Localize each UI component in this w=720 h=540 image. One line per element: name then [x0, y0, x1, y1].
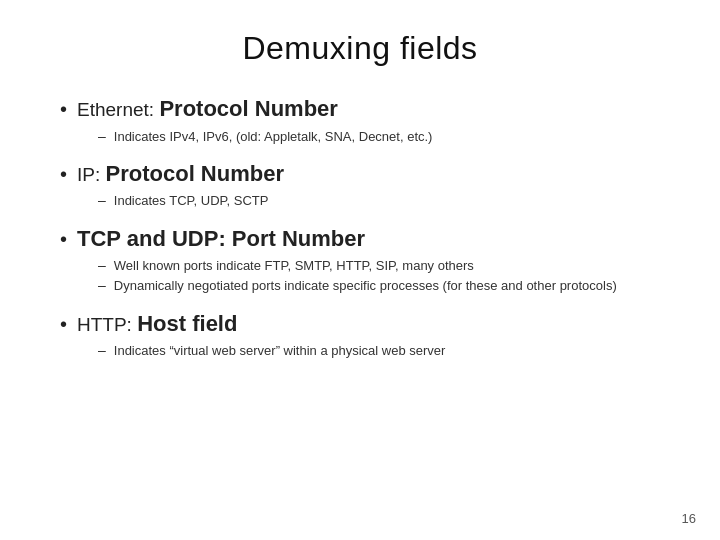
- bullet-dot-ethernet: •: [60, 99, 67, 119]
- bullet-main-label-ethernet: Protocol Number: [159, 96, 337, 121]
- bullet-main-tcp-udp: • TCP and UDP: Port Number: [60, 225, 660, 254]
- bullet-prefix-tcp-udp: TCP and UDP:: [77, 226, 232, 251]
- sub-text-http-0: Indicates “virtual web server” within a …: [114, 342, 446, 360]
- bullet-prefix-ethernet: Ethernet:: [77, 99, 159, 120]
- sub-text-ethernet-0: Indicates IPv4, IPv6, (old: Appletalk, S…: [114, 128, 433, 146]
- sub-dash-ethernet-0: –: [98, 128, 106, 144]
- bullet-prefix-http: HTTP:: [77, 314, 137, 335]
- sub-dash-tcp-udp-1: –: [98, 277, 106, 293]
- sub-bullet-tcp-udp-0: – Well known ports indicate FTP, SMTP, H…: [60, 257, 660, 275]
- slide: Demuxing fields • Ethernet: Protocol Num…: [0, 0, 720, 540]
- bullet-main-ip: • IP: Protocol Number: [60, 160, 660, 189]
- sub-bullet-ethernet-0: – Indicates IPv4, IPv6, (old: Appletalk,…: [60, 128, 660, 146]
- sub-bullet-ip-0: – Indicates TCP, UDP, SCTP: [60, 192, 660, 210]
- bullet-section-ethernet: • Ethernet: Protocol Number – Indicates …: [60, 95, 660, 146]
- bullet-main-label-tcp-udp: Port Number: [232, 226, 365, 251]
- bullet-main-http: • HTTP: Host field: [60, 310, 660, 339]
- bullet-text-http: HTTP: Host field: [77, 310, 237, 339]
- sub-dash-http-0: –: [98, 342, 106, 358]
- sub-text-ip-0: Indicates TCP, UDP, SCTP: [114, 192, 269, 210]
- content-area: • Ethernet: Protocol Number – Indicates …: [60, 95, 660, 510]
- sub-text-tcp-udp-0: Well known ports indicate FTP, SMTP, HTT…: [114, 257, 474, 275]
- bullet-main-label-http: Host field: [137, 311, 237, 336]
- sub-text-tcp-udp-1: Dynamically negotiated ports indicate sp…: [114, 277, 617, 295]
- sub-bullet-tcp-udp-1: – Dynamically negotiated ports indicate …: [60, 277, 660, 295]
- bullet-section-ip: • IP: Protocol Number – Indicates TCP, U…: [60, 160, 660, 211]
- bullet-dot-ip: •: [60, 164, 67, 184]
- sub-dash-ip-0: –: [98, 192, 106, 208]
- bullet-dot-tcp-udp: •: [60, 229, 67, 249]
- sub-bullet-http-0: – Indicates “virtual web server” within …: [60, 342, 660, 360]
- bullet-section-http: • HTTP: Host field – Indicates “virtual …: [60, 310, 660, 361]
- bullet-text-tcp-udp: TCP and UDP: Port Number: [77, 225, 365, 254]
- bullet-prefix-ip: IP:: [77, 164, 106, 185]
- sub-dash-tcp-udp-0: –: [98, 257, 106, 273]
- bullet-dot-http: •: [60, 314, 67, 334]
- bullet-text-ethernet: Ethernet: Protocol Number: [77, 95, 338, 124]
- bullet-text-ip: IP: Protocol Number: [77, 160, 284, 189]
- bullet-main-label-ip: Protocol Number: [106, 161, 284, 186]
- bullet-section-tcp-udp: • TCP and UDP: Port Number – Well known …: [60, 225, 660, 296]
- page-number: 16: [682, 511, 696, 526]
- bullet-main-ethernet: • Ethernet: Protocol Number: [60, 95, 660, 124]
- slide-title: Demuxing fields: [60, 30, 660, 67]
